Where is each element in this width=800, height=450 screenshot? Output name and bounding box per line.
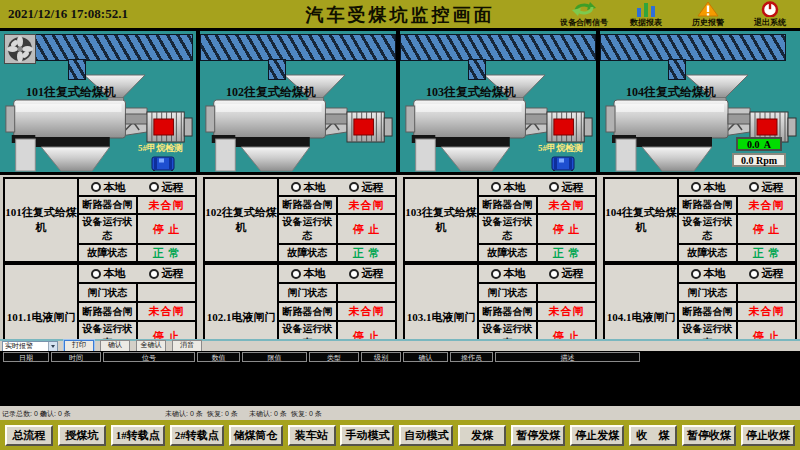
radio-circle-icon[interactable] [691, 182, 701, 192]
alarm-column-header[interactable]: 限值 [242, 352, 307, 362]
breaker-label: 断路器合闸 [78, 196, 137, 214]
radio-circle-icon[interactable] [349, 269, 359, 279]
gate-state-label: 闸门状态 [678, 283, 737, 302]
feeder-status-table: 104往复式给煤机 本地 远程 [603, 177, 797, 263]
radio-remote[interactable]: 远程 [349, 180, 384, 195]
radio-circle-icon[interactable] [691, 269, 701, 279]
radio-circle-icon[interactable] [491, 182, 501, 192]
radio-remote[interactable]: 远程 [749, 180, 784, 195]
methane-detector-label: 5#甲烷检测 [138, 142, 194, 155]
radio-circle-icon[interactable] [149, 182, 159, 192]
nav-button[interactable]: 停止发煤 [570, 425, 624, 446]
radio-circle-icon[interactable] [749, 269, 759, 279]
run-state-label: 设备运行状态 [678, 214, 737, 244]
breaker-label: 断路器合闸 [478, 196, 537, 214]
hanging-column [268, 59, 286, 80]
nav-button[interactable]: 储煤筒仓 [229, 425, 283, 446]
nav-button[interactable]: 授煤坑 [58, 425, 106, 446]
machine-panel: 101往复式给煤机 5#甲烷检测 [0, 31, 200, 172]
alarm-column-header[interactable]: 数值 [197, 352, 240, 362]
alarm-stats-bar: 记录总数: 0 条 确认: 0 条 未确认: 0 条 恢复: 0 条 未确认: … [0, 406, 800, 420]
radio-remote[interactable]: 远程 [149, 180, 184, 195]
radio-circle-icon[interactable] [491, 269, 501, 279]
fault-state-value: 正 常 [337, 244, 396, 262]
nav-button[interactable]: 暂停发煤 [511, 425, 565, 446]
nav-button[interactable]: 停止收煤 [741, 425, 795, 446]
nav-button[interactable]: 总流程 [5, 425, 53, 446]
radio-circle-icon[interactable] [749, 182, 759, 192]
breaker-value: 未合闸 [137, 302, 196, 321]
run-state-value: 停 止 [137, 214, 196, 244]
nav-button[interactable]: 手动模式 [340, 425, 394, 446]
radio-circle-icon[interactable] [91, 269, 101, 279]
radio-local[interactable]: 本地 [291, 180, 326, 195]
fault-state-label: 故障状态 [478, 244, 537, 262]
alarm-stat: 未确认: 0 条 [165, 409, 203, 419]
gate-state-value [137, 283, 196, 302]
bar-chart-icon [633, 1, 659, 17]
alarm-column-header[interactable]: 类型 [309, 352, 359, 362]
menu-item-history-alarm[interactable]: 历史报警 [682, 0, 734, 28]
radio-local[interactable]: 本地 [291, 266, 326, 281]
run-state-label: 设备运行状态 [78, 214, 137, 244]
nav-button[interactable]: 2#转载点 [170, 425, 224, 446]
power-icon [757, 1, 783, 17]
menu-item-exit-system[interactable]: 退出系统 [744, 0, 796, 28]
radio-local[interactable]: 本地 [691, 180, 726, 195]
machine-label: 104往复式给煤机 [626, 84, 716, 101]
machine-label: 101往复式给煤机 [26, 84, 116, 101]
alarm-column-header[interactable]: 描述 [495, 352, 640, 362]
radio-local[interactable]: 本地 [91, 266, 126, 281]
radio-circle-icon[interactable] [291, 182, 301, 192]
radio-local[interactable]: 本地 [491, 266, 526, 281]
radio-remote[interactable]: 远程 [549, 180, 584, 195]
menu-item-device-close-signal[interactable]: 设备合闸信号 [558, 0, 610, 28]
feeder-name: 104往复式给煤机 [604, 178, 678, 262]
alarm-column-header[interactable]: 位号 [103, 352, 195, 362]
alarm-column-header[interactable]: 时间 [51, 352, 101, 362]
radio-circle-icon[interactable] [91, 182, 101, 192]
feeder-name: 101往复式给煤机 [4, 178, 78, 262]
alarm-column-header[interactable]: 确认 [403, 352, 448, 362]
gate-state-label: 闸门状态 [478, 283, 537, 302]
status-column: 103往复式给煤机 本地 远程 [400, 175, 600, 339]
alarm-stat: 确认: 0 条 [40, 409, 71, 419]
alarm-column-header[interactable]: 级别 [361, 352, 401, 362]
nav-button[interactable]: 1#转载点 [111, 425, 165, 446]
feeder-name: 102往复式给煤机 [204, 178, 278, 262]
radio-local[interactable]: 本地 [491, 180, 526, 195]
status-column: 102往复式给煤机 本地 远程 [200, 175, 400, 339]
radio-local[interactable]: 本地 [691, 266, 726, 281]
menu-item-data-report[interactable]: 数据报表 [620, 0, 672, 28]
radio-remote[interactable]: 远程 [149, 266, 184, 281]
radio-remote[interactable]: 远程 [349, 266, 384, 281]
radio-remote[interactable]: 远程 [549, 266, 584, 281]
nav-button[interactable]: 发煤 [458, 425, 506, 446]
alarm-column-header[interactable]: 日期 [3, 352, 49, 362]
gate-state-value [537, 283, 596, 302]
radio-circle-icon[interactable] [149, 269, 159, 279]
radio-remote[interactable]: 远程 [749, 266, 784, 281]
radio-circle-icon[interactable] [349, 182, 359, 192]
radio-local[interactable]: 本地 [91, 180, 126, 195]
radio-circle-icon[interactable] [291, 269, 301, 279]
radio-circle-icon[interactable] [549, 182, 559, 192]
nav-button[interactable]: 收 煤 [629, 425, 677, 446]
alarm-toolbar: 实时报警 打印 确认 全确认 消音 [0, 339, 800, 351]
dropdown-arrow-icon[interactable] [48, 342, 57, 351]
nav-button[interactable]: 装车站 [288, 425, 336, 446]
alarm-column-header[interactable]: 操作员 [450, 352, 493, 362]
nav-button[interactable]: 暂停收煤 [682, 425, 736, 446]
gate-state-value [337, 283, 396, 302]
run-state-value: 停 止 [537, 214, 596, 244]
breaker-value: 未合闸 [737, 196, 796, 214]
alarm-filter-select[interactable]: 实时报警 [2, 341, 58, 352]
breaker-value: 未合闸 [337, 302, 396, 321]
fan-icon [4, 34, 36, 64]
menu-item-label: 设备合闸信号 [560, 17, 608, 28]
bottom-nav-bar: 总流程 授煤坑 1#转载点 2#转载点 储煤筒仓 装车站 手动模式 自动模式 发… [0, 420, 800, 450]
radio-circle-icon[interactable] [549, 269, 559, 279]
speed-readout: 0.0 Rpm [732, 153, 786, 167]
feeder-status-table: 103往复式给煤机 本地 远程 [403, 177, 597, 263]
nav-button[interactable]: 自动模式 [399, 425, 453, 446]
